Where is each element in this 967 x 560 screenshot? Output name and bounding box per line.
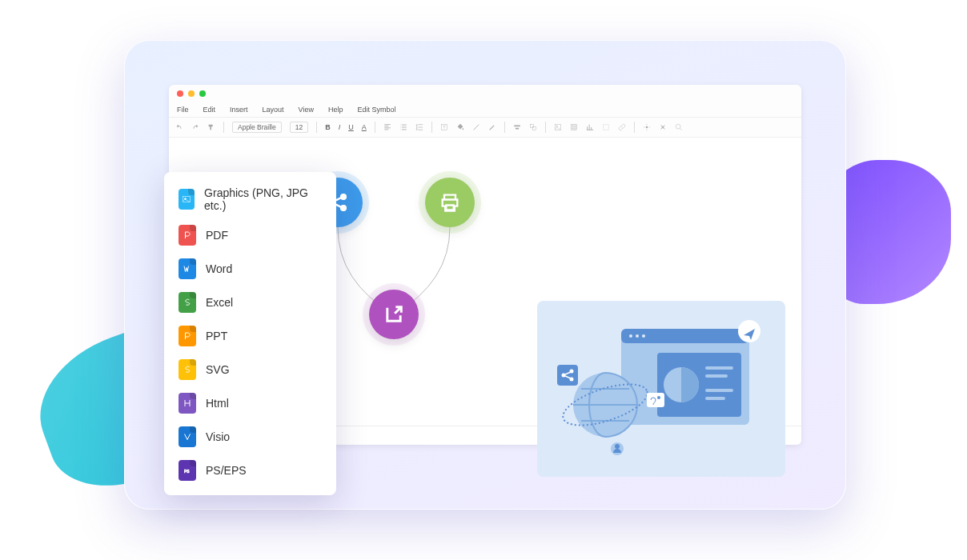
svg-rect-37 [183, 197, 191, 202]
redo-icon[interactable] [191, 123, 199, 131]
menu-layout[interactable]: Layout [263, 106, 284, 114]
svg-rect-2 [516, 128, 519, 130]
svg-rect-25 [705, 397, 725, 400]
fill-icon[interactable] [456, 123, 464, 131]
undo-icon[interactable] [175, 123, 183, 131]
italic-icon[interactable]: I [339, 123, 341, 131]
svg-rect-24 [705, 389, 733, 392]
export-node[interactable] [369, 290, 419, 339]
svg-rect-23 [705, 374, 728, 378]
svg-rect-4 [532, 127, 536, 130]
export-label: Visio [206, 430, 230, 443]
minimize-icon[interactable] [188, 90, 195, 97]
svg-rect-5 [555, 124, 561, 130]
zoom-icon[interactable] [675, 123, 683, 131]
list-icon[interactable] [399, 123, 407, 131]
export-label: Graphics (PNG, JPG etc.) [204, 186, 322, 212]
bold-icon[interactable]: B [325, 123, 331, 131]
svg-point-32 [738, 320, 760, 342]
svg-rect-3 [530, 124, 533, 127]
export-html[interactable]: Html [164, 386, 336, 420]
menu-edit[interactable]: Edit [203, 106, 216, 114]
export-icon [383, 303, 405, 326]
svg-point-11 [676, 124, 680, 129]
share-icon [327, 191, 349, 214]
toolbar: Apple Braille 12 B I U A [169, 117, 801, 138]
svg-rect-7 [571, 124, 577, 130]
svg-rect-16 [621, 329, 749, 343]
export-ppt[interactable]: PPT [164, 319, 336, 353]
export-label: Word [206, 262, 232, 275]
svg-point-14 [341, 206, 347, 211]
svg-rect-22 [705, 366, 733, 370]
maximize-icon[interactable] [199, 90, 206, 97]
svg-point-12 [330, 200, 335, 206]
line-spacing-icon[interactable] [415, 123, 423, 131]
export-graphics[interactable]: Graphics (PNG, JPG etc.) [164, 180, 336, 218]
export-label: PDF [206, 229, 228, 242]
export-word[interactable]: Word [164, 252, 336, 286]
export-ps-eps[interactable]: PSPS/EPS [164, 454, 336, 487]
ppt-file-icon [179, 326, 196, 346]
underline-icon[interactable]: U [348, 123, 354, 131]
export-label: SVG [206, 363, 230, 376]
chart-icon[interactable] [586, 123, 594, 131]
align-left-icon[interactable] [383, 123, 391, 131]
pen-icon[interactable] [488, 123, 496, 131]
image-icon[interactable] [554, 123, 562, 131]
line-icon[interactable] [472, 123, 480, 131]
component-icon[interactable] [643, 123, 651, 131]
clip-icon[interactable] [602, 123, 610, 131]
svg-point-9 [645, 126, 648, 129]
text-box-icon[interactable] [440, 123, 448, 131]
export-visio[interactable]: Visio [164, 420, 336, 454]
menu-file[interactable]: File [177, 106, 189, 114]
ps-file-icon: PS [179, 460, 196, 481]
svg-point-29 [562, 374, 566, 378]
export-svg[interactable]: SVG [164, 353, 336, 386]
settings-icon[interactable] [659, 123, 667, 131]
export-label: Html [206, 397, 229, 410]
menu-edit-symbol[interactable]: Edit Symbol [357, 106, 395, 114]
table-icon[interactable] [570, 123, 578, 131]
svg-file-icon [179, 359, 196, 380]
menubar: File Edit Insert Layout View Help Edit S… [169, 102, 801, 117]
font-color-icon[interactable]: A [362, 123, 367, 131]
svg-point-13 [341, 194, 347, 200]
globe-share-illustration [557, 317, 765, 461]
print-icon [439, 191, 461, 214]
pdf-file-icon [179, 225, 196, 246]
svg-rect-8 [603, 125, 608, 130]
link-icon[interactable] [618, 123, 626, 131]
visio-file-icon [179, 426, 196, 447]
svg-rect-28 [557, 365, 578, 386]
export-label: PPT [206, 330, 227, 342]
svg-point-36 [615, 444, 620, 449]
export-excel[interactable]: Excel [164, 286, 336, 319]
illustration-panel [537, 301, 785, 477]
font-size-selector[interactable]: 12 [290, 122, 308, 133]
excel-file-icon [179, 292, 196, 313]
export-menu: Graphics (PNG, JPG etc.) PDF Word Excel … [164, 172, 336, 495]
menu-view[interactable]: View [299, 106, 314, 114]
print-node[interactable] [425, 178, 475, 227]
menu-help[interactable]: Help [328, 106, 343, 114]
window-titlebar [169, 85, 801, 102]
svg-point-18 [636, 334, 639, 338]
export-label: PS/EPS [206, 464, 247, 477]
svg-text:PS: PS [184, 469, 190, 474]
html-file-icon [179, 393, 196, 414]
svg-rect-1 [514, 126, 520, 127]
svg-point-17 [629, 334, 632, 338]
format-painter-icon[interactable] [207, 123, 215, 131]
group-icon[interactable] [529, 123, 537, 131]
font-selector[interactable]: Apple Braille [232, 122, 282, 133]
word-file-icon [179, 258, 196, 279]
close-icon[interactable] [177, 90, 183, 97]
menu-insert[interactable]: Insert [230, 106, 248, 114]
align-tool-icon[interactable] [513, 123, 521, 131]
image-file-icon [179, 189, 195, 210]
svg-point-19 [642, 334, 645, 338]
export-pdf[interactable]: PDF [164, 218, 336, 252]
export-label: Excel [206, 296, 233, 309]
